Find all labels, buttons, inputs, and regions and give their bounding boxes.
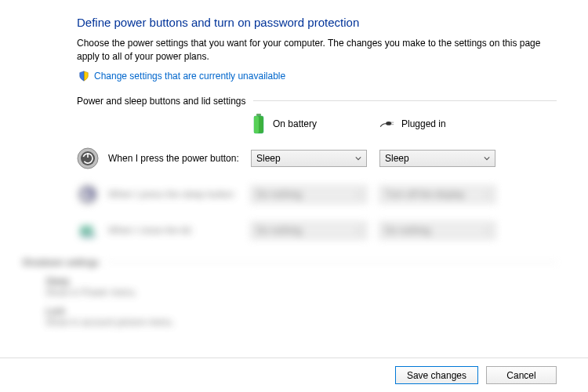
shutdown-section: Shutdown settings Sleep Show in Power me… — [22, 257, 557, 328]
svg-point-3 — [386, 122, 391, 125]
svg-rect-2 — [254, 116, 259, 133]
plug-icon — [379, 113, 395, 135]
chevron-down-icon — [355, 155, 361, 162]
lid-plugged-select: Do nothing — [379, 222, 495, 239]
chevron-down-icon — [355, 227, 361, 234]
option-lock: Lock Show in account picture menu. — [45, 306, 557, 328]
column-headers: On battery Plugged in — [77, 113, 557, 135]
col-plugged-label: Plugged in — [401, 118, 446, 129]
power-plugged-value: Sleep — [385, 153, 409, 164]
power-button-icon — [77, 147, 99, 169]
row-sleep-label: When I press the sleep button: — [108, 189, 251, 200]
svg-rect-5 — [391, 124, 394, 125]
sleep-battery-select: Do nothing — [251, 186, 367, 203]
power-battery-value: Sleep — [256, 153, 281, 164]
group-header: Power and sleep buttons and lid settings — [77, 96, 557, 107]
lid-icon — [77, 220, 99, 241]
shutdown-header-label: Shutdown settings — [22, 257, 99, 268]
chevron-down-icon — [484, 155, 490, 162]
page-description: Choose the power settings that you want … — [77, 37, 557, 64]
shield-icon — [78, 71, 89, 82]
chevron-down-icon — [355, 191, 361, 198]
battery-icon — [251, 113, 267, 135]
power-battery-select[interactable]: Sleep — [251, 150, 367, 167]
row-sleep-button: When I press the sleep button: Do nothin… — [77, 183, 557, 205]
lid-battery-select: Do nothing — [251, 222, 367, 239]
option-sleep: Sleep Show in Power menu. — [45, 276, 557, 298]
col-plugged: Plugged in — [379, 113, 508, 135]
sleep-button-icon — [77, 183, 99, 205]
row-lid: When I close the lid: Do nothing Do noth… — [77, 220, 557, 241]
row-lid-label: When I close the lid: — [108, 225, 251, 236]
admin-link[interactable]: Change settings that are currently unava… — [94, 71, 285, 82]
power-plugged-select[interactable]: Sleep — [379, 150, 495, 167]
svg-point-10 — [78, 184, 98, 205]
chevron-down-icon — [484, 191, 490, 198]
divider — [253, 100, 557, 101]
svg-point-11 — [81, 187, 95, 201]
admin-link-row[interactable]: Change settings that are currently unava… — [78, 71, 557, 82]
col-battery-label: On battery — [273, 118, 317, 129]
save-button[interactable]: Save changes — [395, 366, 478, 384]
col-battery: On battery — [251, 113, 379, 135]
page-title: Define power buttons and turn on passwor… — [77, 16, 557, 29]
svg-rect-0 — [256, 114, 261, 116]
footer: Save changes Cancel — [0, 358, 588, 392]
svg-rect-13 — [79, 226, 93, 234]
sleep-plugged-select: Turn off the display — [379, 186, 495, 203]
row-power-button: When I press the power button: Sleep Sle… — [77, 147, 557, 169]
group-header-label: Power and sleep buttons and lid settings — [77, 96, 245, 107]
row-power-label: When I press the power button: — [108, 153, 251, 164]
cancel-button[interactable]: Cancel — [486, 366, 557, 384]
chevron-down-icon — [484, 227, 490, 234]
svg-rect-4 — [391, 122, 394, 122]
svg-point-12 — [79, 232, 96, 238]
svg-rect-9 — [87, 153, 89, 158]
divider — [107, 262, 557, 263]
